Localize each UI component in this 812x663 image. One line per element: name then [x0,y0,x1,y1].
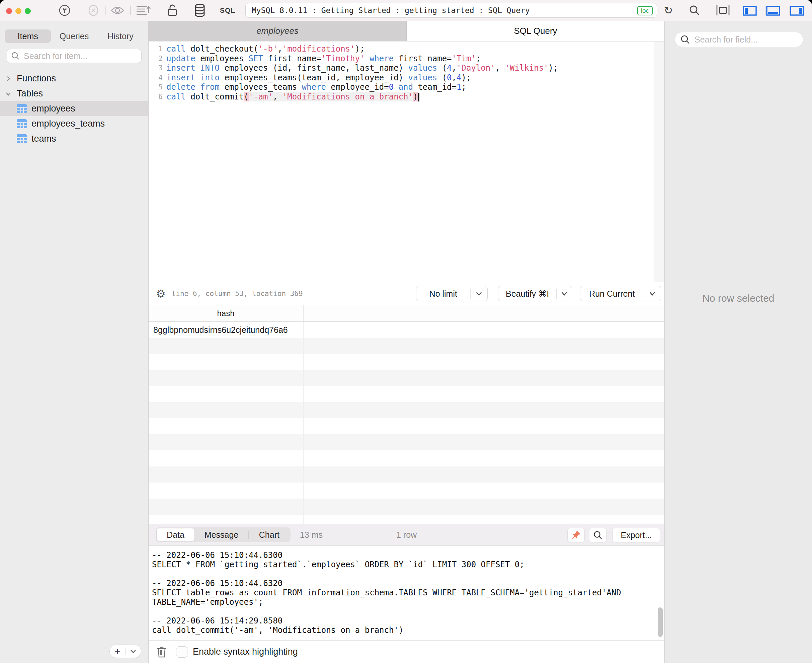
search-results-button[interactable] [589,528,607,542]
export-button[interactable]: Export... [612,528,660,542]
gear-icon[interactable]: ⚙ [156,287,166,300]
query-log[interactable]: -- 2022-06-06 15:10:44.6300SELECT * FROM… [149,546,664,640]
local-connection-badge: loc [637,6,653,15]
row-detail-panel: No row selected [664,21,812,663]
table-row[interactable] [149,515,664,524]
close-window-button[interactable] [6,8,12,14]
sidebar-item-employees_teams[interactable]: employees_teams [0,116,148,131]
zoom-window-button[interactable] [25,8,31,14]
code-lines: 1call dolt_checkout('-b','modifications'… [149,44,664,102]
table-name: teams [31,134,56,144]
results-view-segmented-control: Data Message Chart [156,527,291,542]
connection-title-field[interactable]: MySQL 8.0.11 : Getting Started : getting… [245,3,657,18]
tab-queries[interactable]: Queries [51,29,97,43]
refresh-icon[interactable]: ↻ [661,0,676,21]
editor-scrollbar-track[interactable] [654,42,664,282]
sql-editor[interactable]: 1call dolt_checkout('-b','modifications'… [149,42,664,282]
log-line: -- 2022-06-06 15:14:29.8580 [152,616,664,626]
sidebar-tabs: Items Queries History [5,29,144,43]
tab-items[interactable]: Items [5,29,51,43]
syntax-highlighting-checkbox[interactable] [176,646,187,658]
table-name: employees [31,103,75,114]
toggle-bottom-panel-button[interactable] [766,6,780,16]
log-line [152,607,664,616]
plus-icon: + [110,645,125,657]
search-icon[interactable] [687,0,702,21]
item-search-box [7,49,142,63]
results-grid: hash 8gglbpnomudsirns6u2cjeitundq76a6 [149,306,664,524]
tab-employees[interactable]: employees [149,21,407,41]
database-icon[interactable] [192,0,207,21]
table-row[interactable] [149,466,664,482]
table-row[interactable] [149,450,664,466]
lock-icon[interactable] [165,0,180,21]
table-row[interactable] [149,499,664,515]
results-toolbar: Data Message Chart 13 ms 1 row Export... [149,524,664,546]
table-row[interactable] [149,338,664,354]
connection-icon[interactable] [57,0,72,21]
result-row-count: 1 row [396,530,417,540]
code-line[interactable]: 2update employees SET first_name='Timoth… [149,54,664,64]
chevron-down-icon [644,291,661,296]
tab-message[interactable]: Message [194,529,249,541]
tab-sql-query[interactable]: SQL Query [407,21,664,41]
tab-history[interactable]: History [97,29,144,43]
tree-group-tables[interactable]: Tables [0,86,148,101]
chevron-down-icon [5,91,12,97]
tree-group-label: Functions [17,73,56,84]
code-line[interactable]: 5delete from employees_teams where emplo… [149,82,664,92]
table-row[interactable] [149,386,664,402]
log-line: -- 2022-06-06 15:10:44.6300 [152,550,664,560]
structure-sort-icon[interactable] [136,0,152,21]
syntax-highlighting-label: Enable syntax highlighting [193,647,298,657]
pin-result-button[interactable] [567,528,585,542]
clear-log-button[interactable] [157,646,167,658]
results-header-row: hash [149,306,664,322]
layout-frame-icon[interactable] [715,0,731,21]
chevron-down-icon [471,291,488,296]
query-elapsed-time: 13 ms [300,530,323,540]
tables-list: employeesemployees_teamsteams [0,101,148,146]
sidebar-item-employees[interactable]: employees [0,101,148,116]
sidebar-item-teams[interactable]: teams [0,131,148,146]
table-row[interactable] [149,354,664,370]
code-line[interactable]: 4insert into employees_teams(team_id, em… [149,73,664,83]
cursor-position-text: line 6, column 53, location 369 [172,289,303,298]
table-row[interactable] [149,434,664,450]
run-current-dropdown-button[interactable]: Run Current [580,286,661,301]
toggle-left-panel-button[interactable] [743,6,757,16]
beautify-dropdown-button[interactable]: Beautify ⌘I [498,286,572,301]
no-row-selected-message: No row selected [665,293,812,304]
tree-group-functions[interactable]: Functions [0,71,148,86]
code-line[interactable]: 6call dolt_commit('-am', 'Modifications … [149,92,664,102]
table-row[interactable] [149,418,664,434]
minimize-window-button[interactable] [15,8,21,14]
table-row[interactable]: 8gglbpnomudsirns6u2cjeitundq76a6 [149,322,664,338]
log-scrollbar-thumb[interactable] [658,607,663,637]
table-row[interactable] [149,482,664,499]
titlebar: SQL MySQL 8.0.11 : Getting Started : get… [0,0,812,21]
item-search-input[interactable] [23,51,137,61]
code-line[interactable]: 3insert INTO employees (id, first_name, … [149,63,664,73]
toggle-right-panel-button[interactable] [790,6,804,16]
log-line [152,569,664,579]
disconnect-icon[interactable] [86,0,101,21]
chevron-down-icon [557,291,572,296]
table-row[interactable] [149,402,664,418]
field-search-input[interactable] [694,34,797,45]
line-number: 2 [149,55,163,63]
editor-tabbar: employees SQL Query [149,21,664,42]
add-item-button[interactable]: + [110,645,141,658]
text-cursor [418,93,420,102]
tab-data[interactable]: Data [157,529,194,541]
chevron-down-icon [126,649,141,653]
code-line[interactable]: 1call dolt_checkout('-b','modifications'… [149,44,664,54]
eye-icon[interactable] [110,0,125,21]
log-line: SELECT * FROM `getting_started`.`employe… [152,560,664,569]
search-icon [11,52,20,60]
column-header-empty[interactable] [303,306,664,321]
table-row[interactable] [149,370,664,386]
column-header-hash[interactable]: hash [149,306,303,321]
tab-chart[interactable]: Chart [249,529,289,541]
limit-dropdown-button[interactable]: No limit [416,286,488,301]
